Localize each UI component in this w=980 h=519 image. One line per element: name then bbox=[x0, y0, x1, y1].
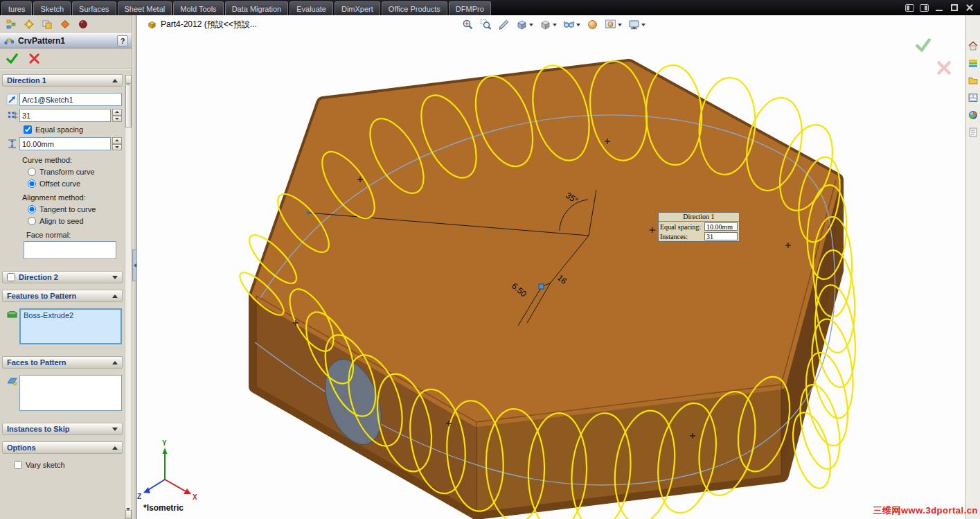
direction-2-header[interactable]: Direction 2 bbox=[2, 271, 123, 283]
minimize-button[interactable] bbox=[934, 3, 944, 12]
confirm-ok-button[interactable] bbox=[914, 36, 932, 54]
panel-splitter[interactable] bbox=[132, 15, 137, 519]
pattern-callout[interactable]: Direction 1 Equal spacing: 10.00mm Insta… bbox=[658, 212, 740, 242]
zoom-to-area-button[interactable] bbox=[478, 17, 494, 33]
align-to-seed-radio[interactable] bbox=[28, 217, 36, 225]
hide-show-items-button[interactable] bbox=[561, 17, 582, 33]
configurationmanager-tab-icon[interactable] bbox=[42, 19, 53, 30]
alignment-method-label: Alignment method: bbox=[22, 193, 122, 202]
tab-features[interactable]: tures bbox=[1, 1, 32, 15]
design-library-icon[interactable] bbox=[968, 58, 979, 69]
tab-office-products[interactable]: Office Products bbox=[382, 1, 447, 15]
dock-pane-right-icon[interactable] bbox=[920, 4, 929, 12]
chevron-up-icon bbox=[112, 361, 118, 364]
scene-svg[interactable]: 35° 16 6.50 bbox=[137, 15, 965, 519]
vary-sketch-row[interactable]: Vary sketch bbox=[14, 461, 122, 469]
direction-1-header[interactable]: Direction 1 bbox=[2, 74, 123, 87]
pm-action-bar bbox=[0, 49, 132, 69]
tangent-to-curve-row[interactable]: Tangent to curve bbox=[28, 205, 122, 213]
part-body[interactable] bbox=[256, 67, 836, 512]
edit-appearance-button[interactable] bbox=[585, 17, 600, 33]
panel-scrollbar[interactable] bbox=[125, 75, 132, 519]
callout-spacing-value[interactable]: 10.00mm bbox=[704, 222, 738, 231]
graphics-area[interactable]: 35° 16 6.50 bbox=[137, 15, 965, 519]
featuremanager-tab-icon[interactable] bbox=[6, 19, 17, 30]
callout-instances-value[interactable]: 31 bbox=[704, 232, 738, 240]
orientation-triad: Y X Z bbox=[137, 439, 197, 501]
tangent-to-curve-label: Tangent to curve bbox=[39, 205, 96, 213]
align-to-seed-row[interactable]: Align to seed bbox=[28, 217, 122, 225]
features-to-pattern-box[interactable]: Boss-Extrude2 bbox=[19, 308, 122, 344]
section-view-button[interactable] bbox=[496, 17, 512, 33]
display-style-button[interactable] bbox=[537, 17, 559, 33]
scroll-down-button[interactable] bbox=[125, 510, 132, 519]
options-header[interactable]: Options bbox=[2, 441, 123, 454]
spacing-input[interactable] bbox=[19, 137, 111, 150]
equal-spacing-label: Equal spacing bbox=[35, 125, 83, 134]
file-explorer-icon[interactable] bbox=[968, 75, 979, 86]
direction-2-checkbox[interactable] bbox=[7, 273, 15, 281]
dimxpertmanager-tab-icon[interactable] bbox=[60, 19, 71, 30]
zoom-to-fit-button[interactable] bbox=[460, 17, 476, 33]
equal-spacing-row[interactable]: Equal spacing bbox=[24, 125, 122, 134]
tab-data-migration[interactable]: Data Migration bbox=[225, 1, 289, 15]
selected-feature-item[interactable]: Boss-Extrude2 bbox=[21, 310, 121, 321]
close-button[interactable] bbox=[965, 3, 974, 12]
tab-dimxpert[interactable]: DimXpert bbox=[335, 1, 380, 15]
custom-properties-icon[interactable] bbox=[968, 127, 979, 138]
scroll-up-button[interactable] bbox=[125, 75, 132, 84]
equal-spacing-checkbox[interactable] bbox=[24, 125, 32, 134]
features-to-pattern-body: Boss-Extrude2 bbox=[0, 302, 125, 350]
view-palette-icon[interactable] bbox=[968, 92, 979, 103]
tab-mold-tools[interactable]: Mold Tools bbox=[173, 1, 223, 15]
chevron-up-icon bbox=[112, 79, 118, 82]
displaymanager-tab-icon[interactable] bbox=[78, 19, 89, 30]
chevron-up-icon bbox=[112, 294, 118, 298]
cancel-button[interactable] bbox=[28, 51, 42, 65]
vary-sketch-checkbox[interactable] bbox=[14, 461, 22, 469]
pattern-curve-input[interactable] bbox=[19, 93, 122, 106]
confirm-cancel-button[interactable] bbox=[935, 59, 953, 77]
callout-instances-label: Instances: bbox=[660, 233, 688, 240]
task-pane bbox=[965, 15, 980, 519]
transform-curve-radio[interactable] bbox=[28, 168, 36, 176]
tangent-to-curve-radio[interactable] bbox=[28, 205, 36, 213]
tab-evaluate[interactable]: Evaluate bbox=[289, 1, 333, 15]
tab-surfaces[interactable]: Surfaces bbox=[72, 1, 116, 15]
faces-to-pattern-box[interactable] bbox=[19, 375, 122, 411]
home-icon[interactable] bbox=[968, 40, 979, 51]
panel-collapse-button[interactable] bbox=[132, 249, 137, 281]
faces-to-pattern-header[interactable]: Faces to Pattern bbox=[2, 356, 123, 369]
tab-sheet-metal[interactable]: Sheet Metal bbox=[118, 1, 172, 15]
view-orientation-button[interactable] bbox=[514, 17, 535, 33]
dock-pane-left-icon[interactable] bbox=[905, 4, 914, 12]
appearances-icon[interactable] bbox=[968, 109, 979, 121]
z-axis-arrow bbox=[143, 487, 150, 493]
y-axis-label: Y bbox=[162, 439, 167, 447]
sketch-point-handle[interactable] bbox=[539, 284, 544, 289]
restore-button[interactable] bbox=[950, 3, 959, 12]
view-settings-button[interactable] bbox=[626, 17, 648, 33]
watermark-text: 三维网www.3dportal.cn bbox=[873, 504, 978, 517]
transform-curve-row[interactable]: Transform curve bbox=[28, 168, 122, 176]
solidworks-window: tures Sketch Surfaces Sheet Metal Mold T… bbox=[0, 0, 980, 519]
curve-start-point[interactable] bbox=[307, 211, 310, 215]
scrollbar-thumb[interactable] bbox=[125, 85, 132, 127]
spacing-spinner[interactable] bbox=[112, 137, 122, 150]
instance-count-input[interactable] bbox=[19, 109, 111, 122]
help-button[interactable]: ? bbox=[117, 35, 128, 46]
tab-dfmpro[interactable]: DFMPro bbox=[449, 1, 491, 15]
ok-button[interactable] bbox=[6, 51, 19, 65]
dropdown-caret-icon bbox=[641, 24, 645, 26]
features-to-pattern-header[interactable]: Features to Pattern bbox=[2, 290, 123, 302]
offset-curve-radio[interactable] bbox=[28, 179, 36, 188]
offset-curve-row[interactable]: Offset curve bbox=[28, 179, 122, 188]
offset-curve-label: Offset curve bbox=[39, 179, 80, 188]
instances-to-skip-header[interactable]: Instances to Skip bbox=[2, 423, 123, 435]
propertymanager-tab-icon[interactable] bbox=[24, 19, 35, 30]
instance-count-icon bbox=[4, 109, 19, 121]
apply-scene-button[interactable] bbox=[603, 17, 624, 33]
face-normal-selection-box[interactable] bbox=[24, 241, 116, 259]
instance-count-spinner[interactable] bbox=[112, 109, 122, 122]
tab-sketch[interactable]: Sketch bbox=[33, 1, 71, 15]
